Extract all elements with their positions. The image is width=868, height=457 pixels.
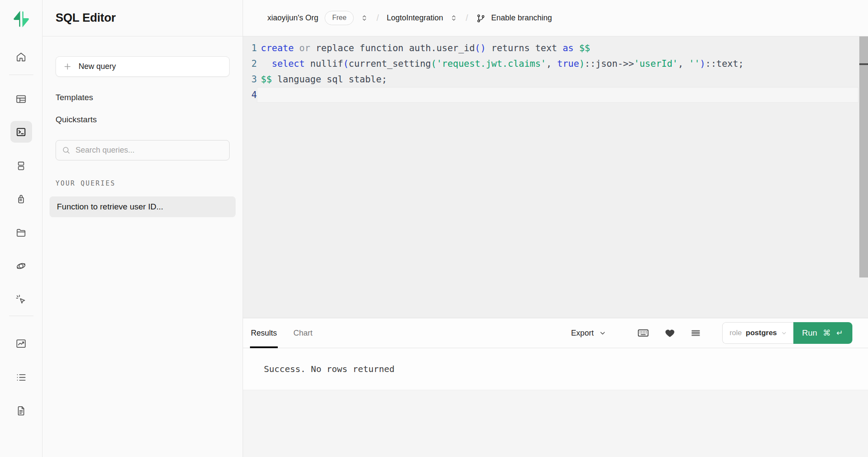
rail-home-icon[interactable] bbox=[10, 46, 32, 68]
project-name: LogtoIntegration bbox=[387, 13, 443, 23]
rail-realtime-icon[interactable] bbox=[10, 288, 32, 310]
code-lines: 1create or replace function auth.user_id… bbox=[243, 36, 868, 103]
run-button[interactable]: Run ⌘ ↵ bbox=[793, 322, 852, 344]
rail-reports-icon[interactable] bbox=[10, 333, 32, 354]
results-empty-area bbox=[243, 390, 868, 457]
scrollbar-thumb[interactable] bbox=[859, 36, 868, 277]
role-label: role bbox=[730, 329, 742, 337]
breadcrumb-separator: / bbox=[466, 13, 468, 23]
supabase-logo-icon[interactable] bbox=[12, 10, 31, 29]
line-number: 1 bbox=[243, 40, 257, 56]
cursor-overview-marker bbox=[859, 63, 868, 65]
project-switcher[interactable]: LogtoIntegration bbox=[387, 13, 458, 23]
run-control-group: role postgres Run ⌘ ↵ bbox=[722, 322, 852, 344]
plus-icon bbox=[63, 62, 72, 71]
rail-sql-editor-icon[interactable] bbox=[10, 121, 32, 143]
code-line[interactable]: 3$$ language sql stable; bbox=[243, 72, 868, 87]
favorite-heart-button[interactable] bbox=[664, 328, 675, 339]
rail-divider bbox=[9, 316, 33, 316]
rail-table-editor-icon[interactable] bbox=[10, 88, 32, 110]
new-query-label: New query bbox=[79, 62, 116, 71]
format-sql-button[interactable] bbox=[690, 327, 701, 339]
enable-branching-button[interactable]: Enable branching bbox=[476, 13, 552, 23]
code-line[interactable]: 1create or replace function auth.user_id… bbox=[243, 40, 868, 56]
nav-rail bbox=[0, 0, 43, 457]
rail-auth-icon[interactable] bbox=[10, 188, 32, 210]
plan-badge: Free bbox=[325, 11, 354, 25]
chevron-down-icon bbox=[599, 330, 606, 337]
rail-database-icon[interactable] bbox=[10, 155, 32, 176]
rail-logs-icon[interactable] bbox=[10, 366, 32, 388]
tab-chart[interactable]: Chart bbox=[293, 318, 313, 348]
org-name: xiaoyijun's Org bbox=[267, 13, 318, 23]
main-area: xiaoyijun's Org Free / LogtoIntegration … bbox=[243, 0, 868, 457]
rail-api-docs-icon[interactable] bbox=[10, 400, 32, 421]
sidebar-item-templates[interactable]: Templates bbox=[56, 93, 93, 102]
supabase-sql-editor: SQL Editor New query Templates Quickstar… bbox=[0, 0, 868, 457]
chevrons-up-down-icon bbox=[450, 14, 458, 22]
line-number: 3 bbox=[243, 72, 257, 87]
line-number: 4 bbox=[243, 87, 257, 103]
git-branch-icon bbox=[476, 13, 486, 23]
export-label: Export bbox=[571, 329, 594, 338]
editor-scrollbar[interactable] bbox=[859, 36, 868, 318]
breadcrumb-separator: / bbox=[376, 13, 379, 23]
keyboard-shortcuts-button[interactable] bbox=[637, 326, 650, 339]
code-line[interactable]: 2select nullif(current_setting('request.… bbox=[243, 56, 868, 72]
new-query-button[interactable]: New query bbox=[56, 56, 230, 77]
org-switcher[interactable]: xiaoyijun's Org Free bbox=[267, 11, 368, 25]
sidebar-item-quickstarts[interactable]: Quickstarts bbox=[56, 115, 97, 124]
query-list-item[interactable]: Function to retrieve user ID... bbox=[49, 196, 236, 217]
results-toolbar: Results Chart Export role postg bbox=[243, 318, 868, 348]
page-title: SQL Editor bbox=[56, 11, 116, 25]
chevrons-up-down-icon bbox=[360, 14, 368, 22]
run-label: Run bbox=[802, 328, 817, 338]
role-select[interactable]: role postgres bbox=[722, 322, 793, 344]
your-queries-label: YOUR QUERIES bbox=[56, 180, 230, 187]
chevron-down-icon bbox=[781, 330, 787, 336]
code-line[interactable]: 4 bbox=[243, 87, 868, 103]
search-icon bbox=[62, 146, 71, 155]
query-result-message: Success. No rows returned bbox=[243, 348, 868, 390]
sql-code-editor[interactable]: 1create or replace function auth.user_id… bbox=[243, 36, 868, 318]
tab-results[interactable]: Results bbox=[250, 318, 278, 348]
search-queries-box bbox=[56, 140, 230, 160]
run-shortcut: ⌘ ↵ bbox=[823, 328, 845, 338]
query-sidebar: SQL Editor New query Templates Quickstar… bbox=[43, 0, 243, 457]
line-number: 2 bbox=[243, 56, 257, 72]
export-button[interactable]: Export bbox=[571, 329, 606, 338]
breadcrumb: xiaoyijun's Org Free / LogtoIntegration … bbox=[243, 0, 868, 36]
search-queries-input[interactable] bbox=[76, 146, 214, 155]
success-message-text: Success. No rows returned bbox=[264, 364, 395, 374]
rail-edge-functions-icon[interactable] bbox=[10, 255, 32, 277]
rail-divider bbox=[9, 75, 33, 75]
rail-storage-icon[interactable] bbox=[10, 222, 32, 243]
query-list: Function to retrieve user ID... bbox=[49, 196, 236, 217]
enable-branching-label: Enable branching bbox=[491, 13, 552, 23]
role-value: postgres bbox=[746, 329, 777, 337]
sidebar-header: SQL Editor bbox=[43, 0, 243, 36]
